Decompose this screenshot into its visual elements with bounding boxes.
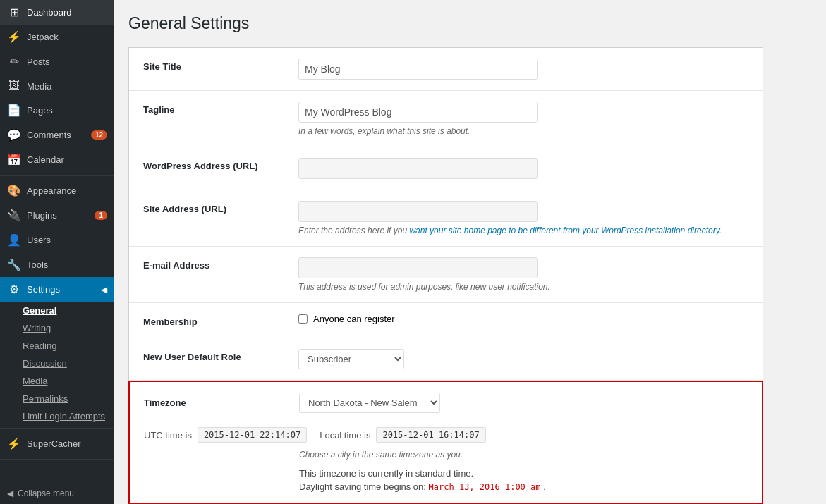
tagline-label: Tagline xyxy=(143,102,284,115)
sidebar-item-label: SuperCacher xyxy=(27,438,81,449)
wp-address-input[interactable] xyxy=(298,158,538,179)
sidebar-item-label: Users xyxy=(27,235,51,245)
sidebar-item-calendar[interactable]: 📅 Calendar xyxy=(0,147,114,172)
plugins-badge: 1 xyxy=(95,211,107,220)
timezone-top: Timezone North Dakota - New Salem UTC ti… xyxy=(144,393,748,443)
sidebar-item-tools[interactable]: 🔧 Tools xyxy=(0,252,114,277)
site-address-desc: Enter the address here if you want your … xyxy=(298,226,748,235)
sidebar: ⊞ Dashboard ⚡ Jetpack ✏ Posts 🖼 Media 📄 … xyxy=(0,0,114,504)
dashboard-icon: ⊞ xyxy=(7,6,21,19)
sidebar-divider-3 xyxy=(0,459,114,460)
users-icon: 👤 xyxy=(7,233,21,247)
settings-icon: ⚙ xyxy=(7,283,21,296)
sidebar-divider-2 xyxy=(0,428,114,429)
pages-icon: 📄 xyxy=(7,104,21,117)
anyone-can-register-label[interactable]: Anyone can register xyxy=(313,314,395,324)
sidebar-sub-item-media[interactable]: Media xyxy=(0,372,114,390)
site-address-link[interactable]: want your site home page to be different… xyxy=(409,226,722,235)
site-address-input[interactable] xyxy=(298,201,538,222)
sidebar-sub-item-limit-login[interactable]: Limit Login Attempts xyxy=(0,407,114,425)
timezone-desc: Choose a city in the same timezone as yo… xyxy=(144,450,748,460)
wp-address-control xyxy=(298,158,748,179)
sidebar-item-users[interactable]: 👤 Users xyxy=(0,228,114,252)
posts-icon: ✏ xyxy=(7,55,21,68)
sidebar-item-label: Calendar xyxy=(27,154,64,165)
sidebar-item-label: Jetpack xyxy=(27,32,59,42)
new-user-role-row: New User Default Role Subscriber Contrib… xyxy=(129,338,763,381)
dst-suffix: . xyxy=(543,481,546,492)
email-desc: This address is used for admin purposes,… xyxy=(298,282,748,292)
membership-label: Membership xyxy=(143,314,284,327)
site-address-row: Site Address (URL) Enter the address her… xyxy=(129,190,763,247)
jetpack-icon: ⚡ xyxy=(7,30,21,44)
collapse-label: Collapse menu xyxy=(18,488,74,498)
membership-checkbox-row: Anyone can register xyxy=(298,314,748,324)
wp-address-row: WordPress Address (URL) xyxy=(129,147,763,190)
site-title-label: Site Title xyxy=(143,59,284,72)
utc-time-badge: 2015-12-01 22:14:07 xyxy=(198,427,307,443)
supercacher-icon: ⚡ xyxy=(7,437,21,450)
local-time-badge: 2015-12-01 16:14:07 xyxy=(376,427,485,443)
email-label: E-mail Address xyxy=(143,257,284,271)
sidebar-item-label: Settings xyxy=(27,284,60,295)
comments-icon: 💬 xyxy=(7,128,21,142)
sidebar-item-supercacher[interactable]: ⚡ SuperCacher xyxy=(0,431,114,456)
sidebar-item-pages[interactable]: 📄 Pages xyxy=(0,98,114,123)
comments-badge: 12 xyxy=(91,130,107,140)
membership-control: Anyone can register xyxy=(298,314,748,324)
email-input[interactable] xyxy=(298,257,538,278)
sidebar-sub-item-general[interactable]: General xyxy=(0,302,114,319)
calendar-icon: 📅 xyxy=(7,153,21,166)
membership-row: Membership Anyone can register xyxy=(129,303,763,338)
sidebar-item-media[interactable]: 🖼 Media xyxy=(0,74,114,98)
sidebar-item-comments[interactable]: 💬 Comments 12 xyxy=(0,123,114,147)
timezone-dst-row: Daylight saving time begins on: March 13… xyxy=(299,481,748,492)
sidebar-item-dashboard[interactable]: ⊞ Dashboard xyxy=(0,0,114,25)
sidebar-item-settings[interactable]: ⚙ Settings ◀ xyxy=(0,277,114,302)
page-title: General Settings xyxy=(128,14,812,33)
site-title-input[interactable] xyxy=(298,59,538,80)
sidebar-item-appearance[interactable]: 🎨 Appearance xyxy=(0,178,114,203)
sidebar-item-label: Appearance xyxy=(27,185,76,196)
sidebar-divider-1 xyxy=(0,175,114,176)
sidebar-item-label: Dashboard xyxy=(27,7,72,18)
plugins-icon: 🔌 xyxy=(7,209,21,222)
media-icon: 🖼 xyxy=(7,80,21,92)
sidebar-item-label: Media xyxy=(27,81,51,92)
site-address-control: Enter the address here if you want your … xyxy=(298,201,748,235)
tagline-row: Tagline In a few words, explain what thi… xyxy=(129,91,763,147)
sidebar-item-label: Pages xyxy=(27,105,53,116)
settings-arrow-icon: ◀ xyxy=(101,285,107,295)
main-content: General Settings Site Title Tagline In a… xyxy=(114,0,826,504)
sidebar-sub-item-permalinks[interactable]: Permalinks xyxy=(0,390,114,407)
sidebar-item-label: Tools xyxy=(27,259,48,270)
utc-label: UTC time is xyxy=(144,430,192,441)
collapse-menu-button[interactable]: ◀ Collapse menu xyxy=(0,483,114,504)
new-user-role-select[interactable]: Subscriber Contributor Author Editor Adm… xyxy=(298,349,404,369)
sidebar-sub-item-discussion[interactable]: Discussion xyxy=(0,355,114,372)
anyone-can-register-checkbox[interactable] xyxy=(298,314,308,324)
tagline-control: In a few words, explain what this site i… xyxy=(298,102,748,136)
wp-address-label: WordPress Address (URL) xyxy=(143,158,284,171)
site-address-label: Site Address (URL) xyxy=(143,201,284,214)
sidebar-sub-item-reading[interactable]: Reading xyxy=(0,337,114,355)
dst-label: Daylight saving time begins on: xyxy=(299,481,426,492)
timezone-std-msg: This timezone is currently in standard t… xyxy=(299,468,748,479)
email-row: E-mail Address This address is used for … xyxy=(129,247,763,303)
collapse-icon: ◀ xyxy=(7,488,13,498)
site-address-desc-text: Enter the address here if you xyxy=(298,226,409,235)
tagline-desc: In a few words, explain what this site i… xyxy=(298,126,748,136)
sidebar-item-plugins[interactable]: 🔌 Plugins 1 xyxy=(0,203,114,228)
timezone-select[interactable]: North Dakota - New Salem xyxy=(299,393,440,413)
sidebar-item-jetpack[interactable]: ⚡ Jetpack xyxy=(0,25,114,49)
sidebar-item-posts[interactable]: ✏ Posts xyxy=(0,49,114,74)
tools-icon: 🔧 xyxy=(7,258,21,271)
email-control: This address is used for admin purposes,… xyxy=(298,257,748,292)
timezone-section: Timezone North Dakota - New Salem UTC ti… xyxy=(128,381,763,504)
new-user-role-control: Subscriber Contributor Author Editor Adm… xyxy=(298,349,748,369)
tagline-input[interactable] xyxy=(298,102,538,123)
sidebar-sub-item-writing[interactable]: Writing xyxy=(0,319,114,337)
timezone-utc-block: UTC time is 2015-12-01 22:14:07 Local ti… xyxy=(144,427,486,443)
sidebar-item-label: Posts xyxy=(27,56,50,67)
sidebar-item-label: Plugins xyxy=(27,210,57,221)
